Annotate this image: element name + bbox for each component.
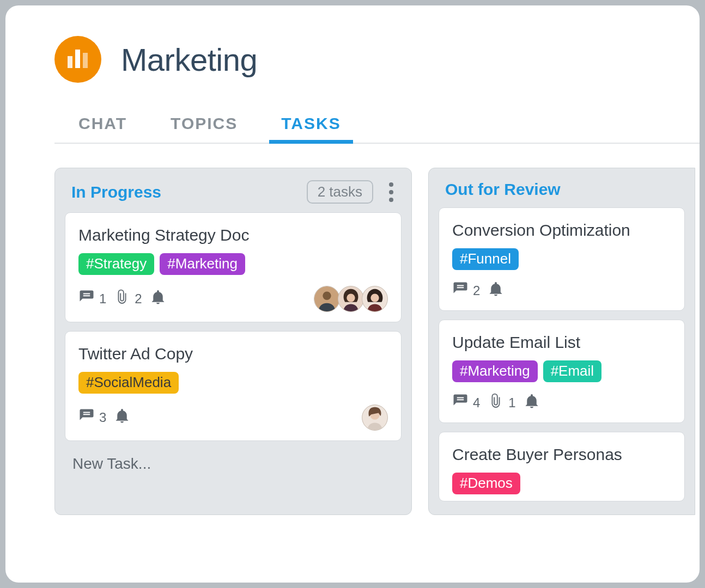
column-header-actions: 2 tasks [307,180,398,204]
task-tag[interactable]: #Demos [452,473,520,494]
task-meta-row: 4 1 [452,393,671,413]
project-icon [54,36,101,83]
comments-value: 4 [473,395,480,411]
task-tag[interactable]: #Email [543,360,601,382]
kebab-dot-icon [389,198,393,202]
project-header: Marketing [54,36,700,83]
project-title: Marketing [121,41,257,78]
new-task-input[interactable]: New Task... [65,450,402,483]
task-meta-row: 1 2 [78,286,388,312]
notification-bell[interactable] [488,281,504,301]
paperclip-icon [114,289,130,309]
kebab-dot-icon [389,182,393,187]
column-title: Out for Review [445,180,561,199]
task-card[interactable]: Marketing Strategy Doc #Strategy #Market… [65,212,402,322]
kebab-dot-icon [389,190,393,194]
notification-bell[interactable] [114,408,130,427]
task-tags: #Funnel [452,248,671,270]
task-title: Conversion Optimization [452,221,671,240]
tab-topics[interactable]: TOPICS [168,110,240,143]
avatar [338,286,364,312]
task-assignees[interactable] [316,286,388,312]
task-tags: #Marketing #Email [452,360,671,382]
avatar [362,405,388,431]
task-tag[interactable]: #Marketing [160,253,245,275]
bell-icon [114,408,130,427]
task-tags: #Strategy #Marketing [78,253,388,275]
task-meta-row: 2 [452,281,671,301]
comments-count[interactable]: 3 [78,408,106,427]
comments-value: 1 [99,291,106,307]
attachments-value: 1 [508,395,515,411]
column-header: In Progress 2 tasks [65,178,402,212]
task-meta-left: 1 2 [78,289,166,309]
kanban-board: In Progress 2 tasks Marketing Strategy D… [54,168,700,515]
task-tag[interactable]: #Funnel [452,248,519,270]
avatar [362,286,388,312]
paperclip-icon [488,393,504,413]
column-out-for-review: Out for Review Conversion Optimization #… [428,168,695,515]
bell-icon [150,289,166,309]
column-title: In Progress [71,183,161,201]
task-tag[interactable]: #Strategy [78,253,154,275]
tab-tasks[interactable]: TASKS [279,110,343,143]
svg-rect-0 [68,56,72,68]
svg-point-4 [323,292,331,300]
task-meta-left: 2 [452,281,504,301]
bar-chart-icon [66,46,90,72]
task-title: Update Email List [452,333,671,352]
task-tags: #SocialMedia [78,372,388,394]
svg-rect-2 [83,53,88,68]
task-card[interactable]: Twitter Ad Copy #SocialMedia 3 [65,331,402,441]
comments-count[interactable]: 4 [452,393,480,413]
tab-chat[interactable]: CHAT [76,110,129,143]
comments-count[interactable]: 2 [452,281,480,301]
avatar [314,286,340,312]
comments-count[interactable]: 1 [78,289,106,309]
task-card[interactable]: Conversion Optimization #Funnel 2 [439,207,685,311]
comment-icon [78,408,95,427]
comment-icon [78,289,95,309]
task-meta-left: 4 1 [452,393,540,413]
comment-icon [452,281,469,301]
notification-bell[interactable] [524,393,540,413]
task-meta-row: 3 [78,405,388,431]
tab-bar: CHAT TOPICS TASKS [54,110,700,144]
column-menu-button[interactable] [384,181,398,203]
svg-rect-1 [75,50,80,68]
app-frame: Marketing CHAT TOPICS TASKS In Progress … [5,5,700,583]
task-meta-left: 3 [78,408,130,427]
task-tags: #Demos [452,473,671,494]
task-title: Create Buyer Personas [452,445,671,464]
task-tag[interactable]: #Marketing [452,360,538,382]
task-title: Twitter Ad Copy [78,345,388,363]
task-tag[interactable]: #SocialMedia [78,372,179,394]
attachments-count[interactable]: 2 [114,289,142,309]
attachments-count[interactable]: 1 [488,393,515,413]
svg-point-6 [347,293,355,302]
column-header: Out for Review [439,178,685,207]
attachments-value: 2 [135,291,142,307]
task-card[interactable]: Create Buyer Personas #Demos [439,432,685,501]
comment-icon [452,393,469,413]
task-title: Marketing Strategy Doc [78,226,388,244]
svg-point-8 [370,293,379,302]
bell-icon [524,393,540,413]
task-card[interactable]: Update Email List #Marketing #Email 4 1 [439,320,685,423]
comments-value: 2 [473,283,480,298]
bell-icon [488,281,504,301]
comments-value: 3 [99,410,106,425]
notification-bell[interactable] [150,289,166,309]
column-in-progress: In Progress 2 tasks Marketing Strategy D… [54,168,412,515]
task-count-badge: 2 tasks [307,180,373,204]
task-assignees[interactable] [364,405,388,431]
